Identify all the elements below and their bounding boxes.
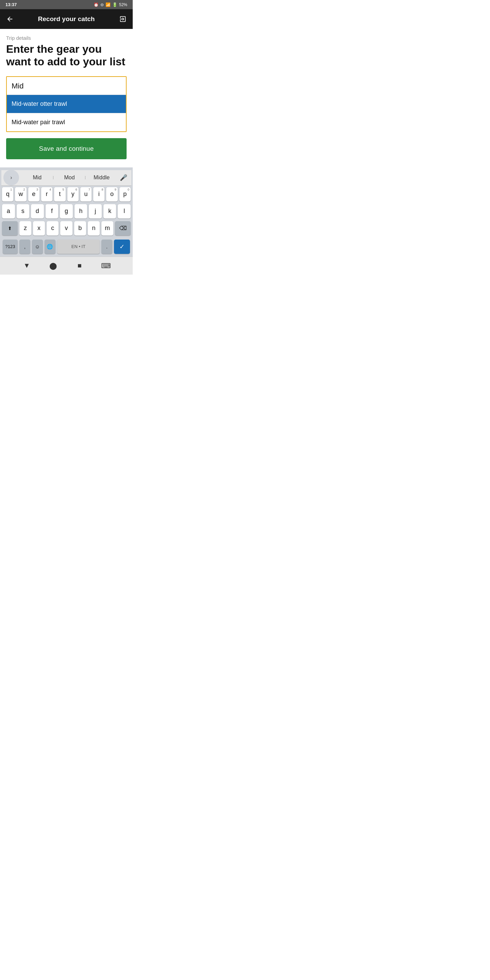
period-key[interactable]: . (102, 240, 112, 254)
key-k[interactable]: k (103, 204, 116, 218)
signal-icon: 📶 (105, 2, 111, 7)
alarm-icon: ⏰ (94, 2, 99, 7)
key-w[interactable]: 2w (15, 187, 26, 202)
status-bar: 13:37 ⏰ ⊖ 📶 🔋 52% (0, 0, 133, 9)
key-v[interactable]: v (60, 221, 72, 235)
emoji-key[interactable]: ☺ (32, 240, 43, 254)
key-l[interactable]: l (118, 204, 130, 218)
key-x[interactable]: x (33, 221, 45, 235)
back-button[interactable] (6, 15, 17, 23)
key-p[interactable]: 0p (119, 187, 130, 202)
space-key[interactable]: EN • IT (57, 240, 100, 254)
section-label: Trip details (6, 35, 127, 41)
key-m[interactable]: m (102, 221, 113, 235)
key-b[interactable]: b (74, 221, 86, 235)
suggestion-3[interactable]: Middle (86, 175, 118, 181)
save-continue-button[interactable]: Save and continue (6, 138, 127, 159)
dropdown-item-1[interactable]: Mid-water otter trawl (7, 95, 126, 113)
page-heading: Enter the gear you want to add to your l… (6, 43, 127, 68)
status-icons: ⏰ ⊖ 📶 🔋 52% (94, 2, 127, 7)
suggestion-items: Mid Mod Middle (21, 175, 118, 181)
confirm-key[interactable]: ✓ (114, 240, 130, 254)
key-o[interactable]: 9o (106, 187, 118, 202)
suggestion-2[interactable]: Mod (53, 175, 86, 181)
key-a[interactable]: a (2, 204, 15, 218)
expand-suggestions-button[interactable]: › (3, 170, 19, 185)
key-s[interactable]: s (17, 204, 30, 218)
backspace-key[interactable]: ⌫ (115, 221, 130, 235)
dropdown-list: Mid-water otter trawl Mid-water pair tra… (7, 95, 126, 131)
key-row-2: a s d f g h j k l (2, 204, 130, 218)
key-q[interactable]: 1q (2, 187, 13, 202)
mic-button[interactable]: 🎤 (118, 174, 131, 181)
key-j[interactable]: j (89, 204, 102, 218)
dropdown-item-2[interactable]: Mid-water pair trawl (7, 113, 126, 131)
key-t[interactable]: 5t (54, 187, 65, 202)
comma-key[interactable]: , (19, 240, 30, 254)
android-nav-bar: ▼ ⬤ ■ ⌨ (0, 256, 133, 275)
suggestions-bar: › Mid Mod Middle 🎤 (2, 170, 131, 186)
page-title: Record your catch (17, 15, 116, 23)
android-home-button[interactable]: ⬤ (46, 260, 60, 271)
key-row-3: ⬆ z x c v b n m ⌫ (2, 221, 130, 235)
globe-key[interactable]: 🌐 (45, 240, 56, 254)
key-g[interactable]: g (60, 204, 73, 218)
shift-key[interactable]: ⬆ (2, 221, 18, 235)
key-e[interactable]: 3e (28, 187, 40, 202)
key-d[interactable]: d (31, 204, 44, 218)
gear-input-container: Mid-water otter trawl Mid-water pair tra… (6, 76, 127, 132)
battery-icon: 🔋 (112, 2, 118, 7)
export-button[interactable] (116, 15, 127, 23)
battery-percent: 52% (119, 2, 127, 7)
key-y[interactable]: 6y (67, 187, 79, 202)
status-time: 13:37 (5, 2, 17, 7)
key-c[interactable]: c (47, 221, 59, 235)
top-nav: Record your catch (0, 9, 133, 29)
key-n[interactable]: n (88, 221, 100, 235)
keyboard-rows: 1q 2w 3e 4r 5t 6y 7u 8i 9o 0p a s d f g … (2, 186, 131, 235)
keyboard-bottom-row: ?123 , ☺ 🌐 EN • IT . ✓ (2, 238, 131, 256)
android-keyboard-button[interactable]: ⌨ (99, 260, 113, 271)
key-f[interactable]: f (46, 204, 59, 218)
key-h[interactable]: h (75, 204, 88, 218)
key-z[interactable]: z (19, 221, 31, 235)
key-i[interactable]: 8i (93, 187, 105, 202)
switch-to-numbers-key[interactable]: ?123 (3, 240, 18, 254)
keyboard-area: › Mid Mod Middle 🎤 1q 2w 3e 4r 5t 6y 7u … (0, 167, 133, 256)
key-r[interactable]: 4r (41, 187, 52, 202)
gear-search-input[interactable] (7, 77, 126, 95)
key-row-1: 1q 2w 3e 4r 5t 6y 7u 8i 9o 0p (2, 187, 130, 202)
android-back-button[interactable]: ▼ (20, 260, 34, 271)
key-u[interactable]: 7u (80, 187, 92, 202)
main-content: Trip details Enter the gear you want to … (0, 29, 133, 167)
suggestion-1[interactable]: Mid (21, 175, 53, 181)
dnd-icon: ⊖ (100, 2, 104, 7)
android-recent-button[interactable]: ■ (73, 260, 86, 271)
